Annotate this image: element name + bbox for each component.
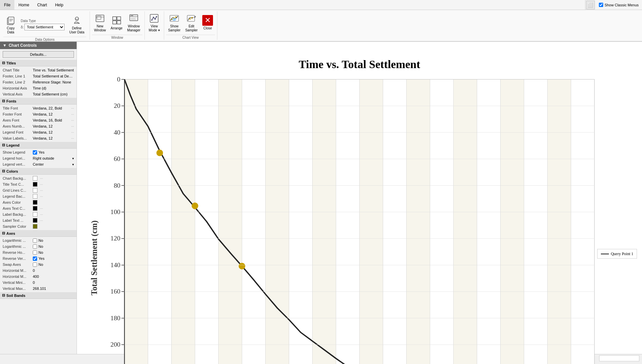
- legend-section-header[interactable]: ⊟ Legend: [0, 142, 77, 149]
- chart-view-group-label: Chart View: [166, 35, 215, 40]
- arrange-button[interactable]: Arrange: [109, 11, 125, 34]
- show-sampler-button[interactable]: ShowSampler: [166, 11, 183, 34]
- legend-vert-dropdown[interactable]: ▾: [72, 163, 74, 166]
- soil-bands-section-header[interactable]: ⊟ Soil Bands: [0, 292, 77, 299]
- svg-point-25: [154, 18, 156, 20]
- copy-data-icon: [5, 15, 16, 26]
- menu-help[interactable]: Help: [51, 0, 68, 10]
- svg-point-31: [175, 16, 177, 18]
- log-h-value: No: [38, 238, 74, 242]
- legend-item-1: Query Point 1: [601, 251, 633, 256]
- title-font-more[interactable]: ···: [71, 107, 74, 110]
- svg-rect-48: [547, 79, 571, 364]
- view-mode-button[interactable]: ViewMode ▾: [147, 11, 162, 34]
- v-max-value: 268.101: [33, 287, 74, 291]
- edit-sampler-label: EditSampler: [185, 24, 198, 32]
- h-max-label: Horizontal M...: [3, 275, 33, 279]
- axes-font-more[interactable]: ···: [71, 119, 74, 122]
- window-manager-icon: [128, 13, 139, 24]
- title-text-more[interactable]: ···: [40, 183, 43, 186]
- reverse-h-checkbox[interactable]: [33, 250, 37, 255]
- sampler-point-3[interactable]: [239, 263, 245, 269]
- window-group: NewWindow Arrange WindowManager Window: [90, 11, 145, 40]
- legend-font-row: Legend FontVerdana, 12···: [0, 129, 77, 135]
- menu-file[interactable]: File: [0, 0, 14, 10]
- sampler-color-swatch[interactable]: [33, 224, 37, 229]
- swap-axes-value: No: [38, 262, 74, 266]
- axes-label: Axes: [6, 231, 15, 235]
- svg-point-36: [191, 17, 193, 18]
- sidebar-collapse-icon[interactable]: ▼: [3, 43, 7, 48]
- footer-font-more[interactable]: ···: [71, 113, 74, 116]
- log-v-checkbox[interactable]: [33, 244, 37, 249]
- define-user-data-button[interactable]: (x) DefineUser Data: [67, 13, 86, 36]
- new-window-button[interactable]: NewWindow: [92, 11, 108, 34]
- fonts-section-header[interactable]: ⊟ Fonts: [0, 98, 77, 105]
- value-labels-font-label: Value Labels...: [3, 136, 33, 140]
- colors-section-header[interactable]: ⊟ Colors: [0, 168, 77, 175]
- window-manager-button[interactable]: WindowManager: [125, 11, 142, 34]
- close-icon: ✕: [202, 15, 213, 26]
- y-axis-tick-marks: [121, 79, 124, 364]
- chart-bg-more[interactable]: ···: [40, 177, 43, 180]
- value-labels-font-more[interactable]: ···: [71, 137, 74, 140]
- classic-menus-checkbox[interactable]: [599, 3, 603, 7]
- label-text-swatch[interactable]: [33, 218, 37, 223]
- close-button[interactable]: ✕ Close: [200, 11, 215, 34]
- axes-text-swatch[interactable]: [33, 206, 37, 211]
- grid-lines-swatch[interactable]: [33, 188, 37, 193]
- legend-panel: Query Point 1: [597, 249, 637, 259]
- axes-section-header[interactable]: ⊟ Axes: [0, 230, 77, 237]
- chart-container[interactable]: Time vs. Total Settlement: [77, 42, 642, 364]
- legend-horiz-dropdown[interactable]: ▾: [72, 157, 74, 160]
- legend-bg-swatch[interactable]: [33, 194, 37, 199]
- legend-bg-label: Legend Bac...: [3, 194, 33, 198]
- y-axis-ticks: 0 20 40 60 80 100 120 140 160 180 200 22…: [110, 75, 120, 364]
- sampler-point-1[interactable]: [156, 150, 163, 156]
- legend-horiz-row: Legend hori...Right outside▾: [0, 155, 77, 161]
- reverse-h-value: No: [38, 250, 74, 254]
- reverse-v-checkbox[interactable]: [33, 256, 37, 261]
- sampler-color-row: Sampler Color: [0, 223, 77, 229]
- colors-collapse: ⊟: [2, 169, 5, 173]
- label-bg-swatch[interactable]: [33, 212, 37, 217]
- v-min-row: Vertical Mini...0: [0, 280, 77, 286]
- edit-sampler-button[interactable]: EditSampler: [183, 11, 200, 34]
- menu-chart[interactable]: Chart: [33, 0, 51, 10]
- log-v-row: Logarithmic ...No: [0, 243, 77, 249]
- swap-axes-checkbox[interactable]: [33, 262, 37, 267]
- sampler-point-2[interactable]: [192, 203, 198, 209]
- log-h-checkbox[interactable]: [33, 238, 37, 243]
- data-type-select[interactable]: Total Settlement: [24, 24, 65, 30]
- window-restore-btn[interactable]: ⬜: [586, 1, 595, 9]
- grid-lines-label: Grid Lines C...: [3, 188, 33, 192]
- legend-bg-more[interactable]: ···: [40, 195, 43, 198]
- titles-collapse: ⊟: [2, 61, 5, 65]
- defaults-button[interactable]: Defaults...: [3, 51, 74, 58]
- log-v-value: No: [38, 244, 74, 248]
- new-window-label: NewWindow: [94, 24, 106, 32]
- title-text-swatch[interactable]: [33, 182, 37, 187]
- axes-num-font-more[interactable]: ···: [71, 125, 74, 128]
- label-text-more[interactable]: ···: [40, 219, 43, 222]
- titles-section-header[interactable]: ⊟ Titles: [0, 60, 77, 66]
- copy-data-button[interactable]: CopyData: [3, 13, 18, 36]
- classic-menus-toggle[interactable]: Show Classic Menus: [599, 0, 642, 10]
- menu-home[interactable]: Home: [14, 0, 33, 10]
- axes-color-swatch[interactable]: [33, 200, 37, 205]
- h-axis-label: Horizontal Axis: [3, 86, 33, 90]
- legend-bg-color-row: Legend Bac...···: [0, 193, 77, 199]
- grid-lines-more[interactable]: ···: [40, 189, 43, 192]
- chart-bg-swatch[interactable]: [33, 176, 37, 181]
- label-bg-more[interactable]: ···: [40, 213, 43, 216]
- axes-text-more[interactable]: ···: [40, 207, 43, 210]
- menu-bar: File Home Chart Help ⬜ Show Classic Menu…: [0, 0, 642, 10]
- legend-font-more[interactable]: ···: [71, 131, 74, 134]
- legend-horiz-value: Right outside: [33, 156, 72, 160]
- legend-vert-row: Legend vert...Center▾: [0, 161, 77, 167]
- v-axis-row: Vertical AxisTotal Settlement (cm): [0, 91, 77, 97]
- svg-rect-9: [97, 16, 101, 19]
- chart-title: Time vs. Total Settlement: [299, 58, 420, 70]
- axes-collapse: ⊟: [2, 231, 5, 235]
- show-legend-checkbox[interactable]: [33, 150, 37, 155]
